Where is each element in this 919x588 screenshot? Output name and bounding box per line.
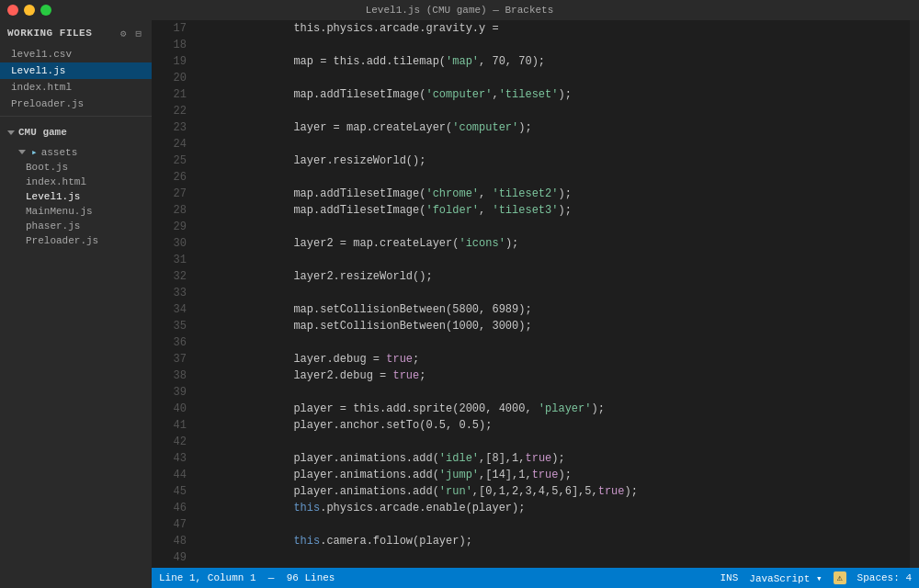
- line-number: 18: [165, 37, 187, 53]
- code-token: ;: [413, 351, 419, 368]
- line-number: 43: [165, 450, 187, 467]
- code-token: );: [518, 119, 531, 136]
- line-number: 45: [165, 483, 187, 500]
- project-file-item[interactable]: phaser.js: [0, 219, 152, 233]
- working-file-item[interactable]: Level1.js: [0, 62, 152, 79]
- code-token: this: [214, 500, 320, 516]
- code-token: ;: [539, 566, 545, 568]
- code-token: );: [558, 467, 571, 483]
- code-token: true: [525, 450, 551, 467]
- line-number: 25: [165, 153, 187, 169]
- code-line: 30 layer2 = map.createLayer('icons');: [165, 235, 910, 252]
- code-line: 23 layer = map.createLayer('computer');: [165, 119, 910, 136]
- project-file-item[interactable]: Boot.js: [0, 160, 152, 175]
- project-section: CMU game ▸ assetsBoot.jsindex.htmlLevel1…: [0, 120, 152, 588]
- working-files-list: level1.csvLevel1.jsindex.htmlPreloader.j…: [0, 46, 152, 112]
- line-number: 39: [165, 384, 187, 401]
- maximize-button[interactable]: [40, 5, 51, 16]
- code-token: );: [625, 483, 638, 500]
- code-container: 17 this.physics.arcade.gravity.y = 1819 …: [152, 20, 919, 568]
- project-folder[interactable]: ▸ assets: [0, 144, 152, 160]
- code-token: player = this.add.sprite(2000, 4000,: [214, 401, 539, 417]
- close-button[interactable]: [7, 5, 18, 16]
- code-token: map.addTilesetImage(: [214, 186, 425, 202]
- working-file-item[interactable]: Preloader.js: [0, 96, 152, 112]
- spaces-setting[interactable]: Spaces: 4: [857, 572, 912, 583]
- window-title: Level1.js (CMU game) — Brackets: [366, 5, 554, 16]
- code-token: 'idle': [439, 450, 479, 467]
- line-number: 38: [165, 368, 187, 384]
- working-files-actions: ⚙ ⊟: [118, 27, 144, 40]
- code-token: );: [505, 235, 518, 252]
- line-number: 31: [165, 252, 187, 268]
- code-line: 37 layer.debug = true;: [165, 351, 910, 368]
- project-header[interactable]: CMU game: [0, 120, 152, 144]
- language-mode[interactable]: JavaScript ▾: [749, 572, 822, 584]
- code-token: ;: [419, 368, 425, 384]
- code-token: 'run': [439, 483, 472, 500]
- code-line: 34 map.setCollisionBetween(5800, 6989);: [165, 301, 910, 318]
- line-number: 30: [165, 235, 187, 252]
- main-layout: Working Files ⚙ ⊟ level1.csvLevel1.jsind…: [0, 20, 919, 588]
- code-token: 'computer': [452, 119, 518, 136]
- editor-area: 17 this.physics.arcade.gravity.y = 1819 …: [152, 20, 919, 588]
- right-scrollbar[interactable]: [910, 20, 919, 568]
- code-token: player.animations.add(: [214, 467, 439, 483]
- project-file-item[interactable]: Preloader.js: [0, 233, 152, 248]
- working-files-settings-icon[interactable]: ⚙: [118, 27, 130, 40]
- line-number: 47: [165, 516, 187, 533]
- code-token: layer.resizeWorld();: [214, 153, 425, 169]
- code-token: player.animations.add(: [214, 483, 439, 500]
- code-token: map = this.add.tilemap(: [214, 53, 446, 70]
- line-number: 36: [165, 334, 187, 351]
- minimize-button[interactable]: [24, 5, 35, 16]
- line-number: 26: [165, 169, 187, 186]
- line-number: 37: [165, 351, 187, 368]
- language-dropdown-icon: ▾: [816, 573, 823, 584]
- code-line: 29: [165, 219, 910, 235]
- code-line: 21 map.addTilesetImage('computer','tiles…: [165, 86, 910, 103]
- code-line: 31: [165, 252, 910, 268]
- code-token: );: [551, 450, 564, 467]
- code-token: ,: [492, 86, 498, 103]
- project-file-item[interactable]: index.html: [0, 175, 152, 189]
- code-line: 20: [165, 70, 910, 86]
- line-number: 32: [165, 268, 187, 285]
- code-line: 24: [165, 136, 910, 153]
- code-line: 45 player.animations.add('run',[0,1,2,3,…: [165, 483, 910, 500]
- code-token: );: [558, 86, 571, 103]
- cursor-position: Line 1, Column 1 — 96 Lines: [159, 572, 335, 583]
- statusbar-left: Line 1, Column 1 — 96 Lines: [159, 572, 335, 583]
- working-file-item[interactable]: level1.csv: [0, 46, 152, 62]
- line-number: 42: [165, 434, 187, 450]
- project-file-item[interactable]: Level1.js: [0, 189, 152, 204]
- code-token: );: [558, 202, 571, 219]
- code-token: 'player': [539, 401, 592, 417]
- line-number: 22: [165, 103, 187, 119]
- code-token: true: [512, 566, 539, 568]
- working-files-split-icon[interactable]: ⊟: [132, 27, 144, 40]
- line-number: 49: [165, 549, 187, 566]
- code-line: 38 layer2.debug = true;: [165, 368, 910, 384]
- code-line: 27 map.addTilesetImage('chrome', 'tilese…: [165, 186, 910, 202]
- code-content[interactable]: 17 this.physics.arcade.gravity.y = 1819 …: [157, 20, 910, 568]
- code-token: player.body.collideWorldBounds =: [214, 566, 512, 568]
- working-file-item[interactable]: index.html: [0, 79, 152, 96]
- project-expand-icon: [7, 130, 15, 135]
- code-token: true: [392, 368, 419, 384]
- code-token: 'computer': [425, 86, 492, 103]
- line-number: 24: [165, 136, 187, 153]
- line-number: 20: [165, 70, 187, 86]
- code-token: layer.debug =: [214, 351, 386, 368]
- window-controls: [7, 5, 51, 16]
- line-number: 44: [165, 467, 187, 483]
- code-line: 19 map = this.add.tilemap('map', 70, 70)…: [165, 53, 910, 70]
- code-line: 44 player.animations.add('jump',[14],1,t…: [165, 467, 910, 483]
- warning-badge: ⚠: [834, 571, 846, 584]
- project-items-list: ▸ assetsBoot.jsindex.htmlLevel1.jsMainMe…: [0, 144, 152, 248]
- code-line: 47: [165, 516, 910, 533]
- project-file-item[interactable]: MainMenu.js: [0, 204, 152, 219]
- code-token: ,: [479, 202, 492, 219]
- line-number: 17: [165, 20, 187, 37]
- line-number: 28: [165, 202, 187, 219]
